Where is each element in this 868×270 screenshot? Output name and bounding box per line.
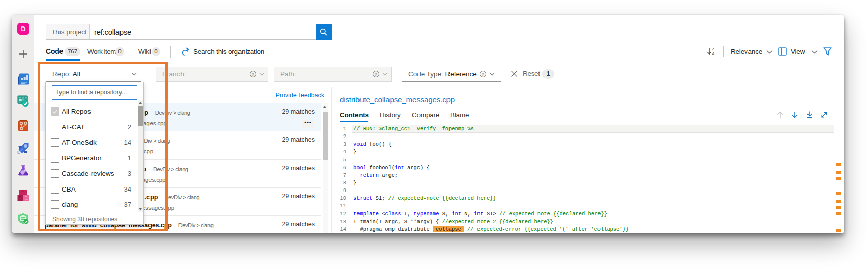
svg-text:Z: Z (712, 47, 715, 51)
svg-text:A: A (712, 51, 715, 56)
